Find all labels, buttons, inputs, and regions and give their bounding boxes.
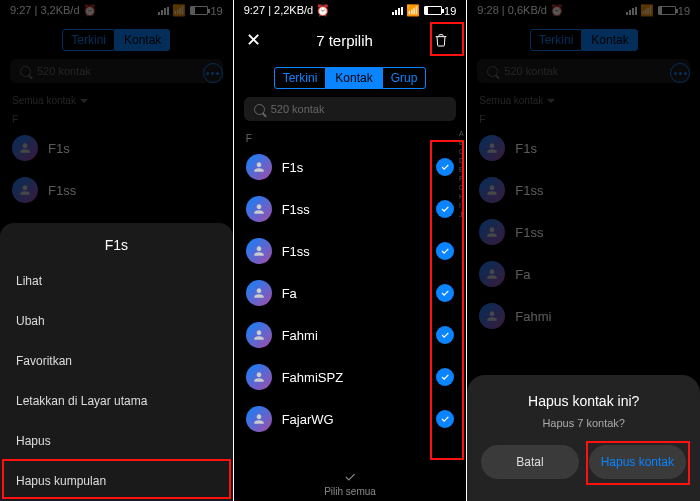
page-title: 7 terpilih: [316, 32, 373, 49]
list-item[interactable]: F1ss: [467, 211, 700, 253]
list-item[interactable]: F1ss: [467, 169, 700, 211]
sheet-option-delete[interactable]: Hapus: [0, 421, 233, 461]
list-item[interactable]: F1s: [234, 146, 467, 188]
list-item[interactable]: Fa: [234, 272, 467, 314]
status-bar: 9:28 | 0,6KB/d ⏰ 📶 19: [467, 0, 700, 21]
checkbox-checked[interactable]: [436, 326, 454, 344]
avatar: [12, 177, 38, 203]
tab-recent[interactable]: Terkini: [530, 29, 583, 51]
tab-contacts[interactable]: Kontak: [326, 67, 381, 89]
list-item[interactable]: F1ss: [234, 230, 467, 272]
section-letter: F: [0, 108, 233, 127]
sheet-option-batch-delete[interactable]: Hapus kumpulan: [0, 461, 233, 501]
sheet-option-edit[interactable]: Ubah: [0, 301, 233, 341]
search-input[interactable]: 520 kontak: [477, 59, 690, 83]
more-icon[interactable]: [203, 63, 223, 83]
more-icon[interactable]: [670, 63, 690, 83]
list-item[interactable]: FahmiSPZ: [234, 356, 467, 398]
avatar: [479, 261, 505, 287]
avatar: [479, 177, 505, 203]
list-item[interactable]: Fa: [467, 253, 700, 295]
avatar: [479, 303, 505, 329]
search-icon: [20, 66, 31, 77]
search-input[interactable]: 520 kontak: [244, 97, 457, 121]
chevron-down-icon: [547, 99, 555, 103]
chevron-down-icon: [80, 99, 88, 103]
avatar: [479, 219, 505, 245]
checkbox-checked[interactable]: [436, 284, 454, 302]
search-icon: [487, 66, 498, 77]
list-item[interactable]: F1s: [0, 127, 233, 169]
battery-icon: [424, 6, 442, 15]
signal-icon: [626, 7, 638, 15]
avatar: [246, 364, 272, 390]
signal-icon: [158, 7, 170, 15]
screen-contact-longpress: 9:27 | 3,2KB/d ⏰ 📶 19 Terkini Kontak 520…: [0, 0, 233, 501]
avatar: [246, 154, 272, 180]
signal-icon: [392, 7, 404, 15]
list-item[interactable]: FajarWG: [234, 398, 467, 440]
checkbox-checked[interactable]: [436, 200, 454, 218]
checkbox-checked[interactable]: [436, 410, 454, 428]
trash-icon[interactable]: [428, 27, 454, 53]
battery-icon: [190, 6, 208, 15]
search-input[interactable]: 520 kontak: [10, 59, 223, 83]
top-tabs: Terkini Kontak Grup: [234, 67, 467, 89]
avatar: [246, 238, 272, 264]
section-letter: F: [234, 127, 467, 146]
cancel-button[interactable]: Batal: [481, 445, 578, 479]
list-item[interactable]: F1ss: [234, 188, 467, 230]
sheet-option-favorite[interactable]: Favoritkan: [0, 341, 233, 381]
screen-select-mode: 9:27 | 2,2KB/d ⏰ 📶 19 ✕ 7 terpilih Terki…: [234, 0, 467, 501]
avatar: [246, 406, 272, 432]
status-bar: 9:27 | 2,2KB/d ⏰ 📶 19: [234, 0, 467, 21]
dialog-body: Hapus 7 kontak?: [481, 417, 686, 429]
list-item[interactable]: Fahmi: [234, 314, 467, 356]
checkbox-checked[interactable]: [436, 368, 454, 386]
tab-recent[interactable]: Terkini: [62, 29, 115, 51]
sheet-title: F1s: [0, 223, 233, 261]
tab-contacts[interactable]: Kontak: [582, 29, 637, 51]
select-all[interactable]: Pilih semua: [234, 470, 467, 497]
status-bar: 9:27 | 3,2KB/d ⏰ 📶 19: [0, 0, 233, 21]
checkbox-checked[interactable]: [436, 242, 454, 260]
search-icon: [254, 104, 265, 115]
avatar: [246, 322, 272, 348]
tab-contacts[interactable]: Kontak: [115, 29, 170, 51]
sheet-option-homescreen[interactable]: Letakkan di Layar utama: [0, 381, 233, 421]
section-all[interactable]: Semua kontak: [0, 89, 233, 108]
list-item[interactable]: F1s: [467, 127, 700, 169]
sheet-option-view[interactable]: Lihat: [0, 261, 233, 301]
tab-recent[interactable]: Terkini: [274, 67, 327, 89]
battery-icon: [658, 6, 676, 15]
list-item[interactable]: F1ss: [0, 169, 233, 211]
avatar: [246, 196, 272, 222]
dialog-title: Hapus kontak ini?: [481, 393, 686, 409]
checkbox-checked[interactable]: [436, 158, 454, 176]
top-tabs: Terkini Kontak: [0, 29, 233, 51]
avatar: [12, 135, 38, 161]
section-letter: F: [467, 108, 700, 127]
context-sheet: F1s Lihat Ubah Favoritkan Letakkan di La…: [0, 223, 233, 501]
section-all[interactable]: Semua kontak: [467, 89, 700, 108]
delete-dialog: Hapus kontak ini? Hapus 7 kontak? Batal …: [467, 375, 700, 501]
avatar: [246, 280, 272, 306]
screen-delete-confirm: 9:28 | 0,6KB/d ⏰ 📶 19 Terkini Kontak 520…: [467, 0, 700, 501]
index-rail[interactable]: ABCDEFGHIJ: [459, 130, 464, 218]
delete-button[interactable]: Hapus kontak: [589, 445, 686, 479]
list-item[interactable]: Fahmi: [467, 295, 700, 337]
avatar: [479, 135, 505, 161]
close-icon[interactable]: ✕: [246, 29, 261, 51]
tab-groups[interactable]: Grup: [382, 67, 427, 89]
top-tabs: Terkini Kontak: [467, 29, 700, 51]
